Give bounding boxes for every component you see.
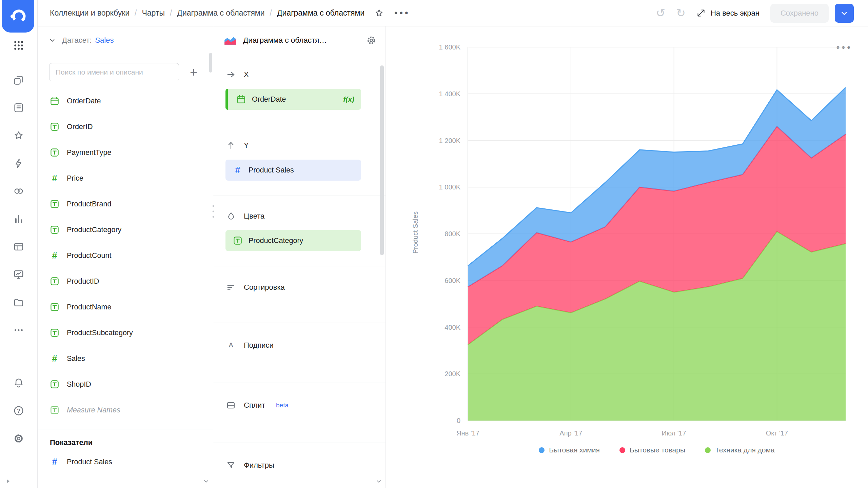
colors-field-name: ProductCategory [249,237,354,245]
svg-text:A: A [229,341,233,349]
section-split: Сплит beta [213,383,386,443]
favorite-star-icon[interactable] [374,8,384,18]
chart-settings-gear-icon[interactable] [366,35,377,46]
area-chart-type-icon[interactable] [223,35,237,46]
field-name: OrderDate [67,97,101,105]
x-field-chip[interactable]: OrderDate f(x) [225,89,361,110]
more-icon[interactable] [9,321,28,340]
chevron-down-icon [48,37,56,44]
dataset-scrollbar-thumb[interactable] [209,53,212,73]
section-x: X OrderDate f(x) [213,54,386,125]
field-name: ProductSubcategory [67,329,133,337]
field-row[interactable]: OrderID [38,114,213,140]
collections-icon[interactable] [9,70,28,89]
workbooks-icon[interactable] [9,98,28,117]
colors-field-chip[interactable]: ProductCategory [225,230,361,251]
legend-item[interactable]: Техника для дома [705,446,775,454]
collapse-sidebar-icon[interactable] [5,479,11,485]
datalens-logo[interactable] [2,0,34,33]
field-name: PaymentType [67,148,111,157]
expand-icon [696,8,706,18]
section-split-label: Сплит [244,401,265,410]
svg-text:Апр '17: Апр '17 [559,429,582,437]
legend-item[interactable]: Бытовая химия [539,446,600,454]
more-actions-icon[interactable]: ••• [394,8,410,18]
chart-type-title: Диаграмма с областя… [243,36,360,45]
field-row[interactable]: ProductSubcategory [38,320,213,346]
saved-button[interactable]: Сохранено [770,4,829,23]
apps-grid-icon[interactable] [9,36,28,55]
favorites-icon[interactable] [9,126,28,145]
field-search-input[interactable] [49,63,179,81]
chart-legend: Бытовая химияБытовые товарыТехника для д… [468,446,846,454]
fullscreen-button[interactable]: На весь экран [696,8,760,18]
left-rail: ? [0,0,38,488]
scroll-down-icon[interactable] [375,478,382,486]
svg-text:Окт '17: Окт '17 [766,429,788,437]
field-row[interactable]: #Price [38,165,213,191]
help-icon[interactable]: ? [9,401,28,420]
add-field-button[interactable]: + [186,64,201,80]
formula-icon[interactable]: f(x) [343,95,354,103]
measures-block: Показатели #Product Sales [38,429,213,475]
settings-icon[interactable] [9,429,28,448]
field-row[interactable]: ProductCategory [38,217,213,243]
breadcrumb-separator: / [135,8,137,18]
redo-icon[interactable]: ↻ [676,7,686,19]
svg-text:200K: 200K [445,370,460,378]
y-field-chip[interactable]: # Product Sales [225,160,361,181]
header-actions: ↺ ↻ На весь экран Сохранено [656,4,854,23]
svg-text:?: ? [17,408,20,414]
config-scrollbar-thumb[interactable] [380,65,384,255]
area-chart[interactable]: 0200K400K600K800K1 000K1 200K1 400K1 600… [386,26,868,488]
split-icon [225,401,236,410]
field-row[interactable]: ProductName [38,294,213,320]
connections-icon[interactable] [9,182,28,201]
undo-icon[interactable]: ↺ [656,7,666,19]
chart-area: ••• Product Sales 0200K400K600K800K1 000… [386,26,868,488]
field-row[interactable]: ProductID [38,268,213,294]
header: Коллекции и воркбуки/Чарты/Диаграмма с о… [38,0,868,26]
charts-icon[interactable] [9,209,28,228]
field-row[interactable]: PaymentType [38,140,213,165]
labels-a-icon: A [225,341,236,350]
storage-icon[interactable] [9,293,28,312]
field-row[interactable]: #ProductCount [38,243,213,268]
field-row[interactable]: ShopID [38,371,213,397]
notifications-icon[interactable] [9,373,28,392]
date-field-icon [236,94,246,105]
breadcrumb-item[interactable]: Диаграмма с областями [177,8,264,18]
breadcrumb: Коллекции и воркбуки/Чарты/Диаграмма с о… [50,8,364,18]
legend-item[interactable]: Бытовые товары [619,446,685,454]
dataset-label: Датасет: [62,36,92,45]
chart-config-panel: Диаграмма с областя… X OrderDate f(x) [213,26,386,488]
scroll-down-icon[interactable] [203,478,210,486]
quick-actions-icon[interactable] [9,154,28,173]
dataset-name-link[interactable]: Sales [95,36,114,45]
svg-text:400K: 400K [445,324,460,331]
breadcrumb-item[interactable]: Коллекции и воркбуки [50,8,130,18]
field-row[interactable]: ProductBrand [38,191,213,217]
dashboards-icon[interactable] [9,265,28,284]
svg-text:Янв '17: Янв '17 [456,429,479,437]
text-field-icon [49,276,60,287]
field-name: Price [67,174,83,183]
field-row[interactable]: #Sales [38,346,213,371]
field-name: Measure Names [67,406,120,414]
chart-type-header: Диаграмма с областя… [213,26,386,54]
dataset-header[interactable]: Датасет: Sales [38,26,213,54]
x-axis-arrow-icon [225,70,236,79]
breadcrumb-separator: / [270,8,272,18]
save-dropdown-button[interactable] [835,4,854,23]
measures-header: Показатели [38,429,213,449]
text-field-icon [232,235,243,246]
panel-resize-handle[interactable] [212,203,215,222]
text-field-icon [49,199,60,209]
breadcrumb-item[interactable]: Чарты [142,8,164,18]
field-row[interactable]: Measure Names [38,397,213,423]
tables-icon[interactable] [9,237,28,256]
text-field-icon [49,405,60,415]
svg-text:800K: 800K [445,230,460,238]
field-row[interactable]: OrderDate [38,88,213,114]
field-row[interactable]: #Product Sales [38,449,213,475]
